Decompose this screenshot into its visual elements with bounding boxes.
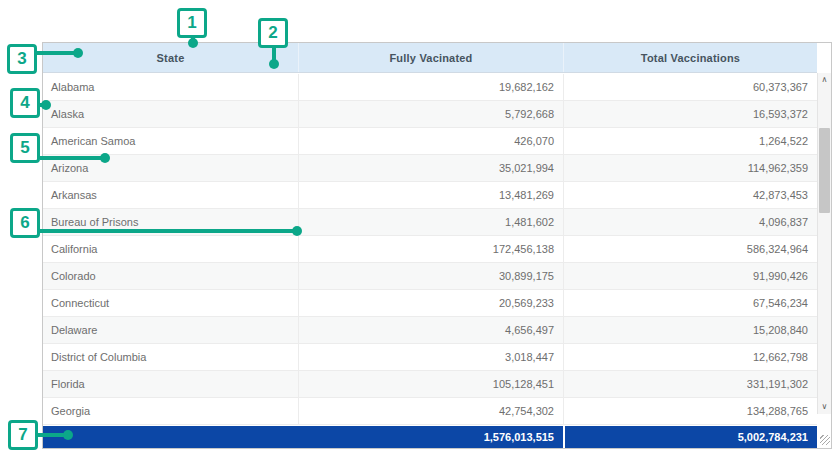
total-fully-vaccinated: 1,576,013,515: [43, 426, 563, 448]
table-header-row: State Fully Vacinated Total Vaccinations: [43, 43, 817, 73]
marker-box: 4: [10, 88, 40, 118]
cell-state: District of Columbia: [43, 344, 298, 370]
cell-total-vaccinations: 586,324,964: [563, 236, 817, 262]
page: State Fully Vacinated Total Vaccinations…: [0, 0, 833, 453]
cell-state: Arkansas: [43, 182, 298, 208]
table-row[interactable]: Florida 105,128,451 331,191,302: [43, 371, 817, 398]
cell-state: California: [43, 236, 298, 262]
cell-total-vaccinations: 114,962,359: [563, 155, 817, 181]
cell-fully-vaccinated: 35,021,994: [298, 155, 563, 181]
marker-box: 6: [10, 208, 40, 238]
table-row[interactable]: District of Columbia 3,018,447 12,662,79…: [43, 344, 817, 371]
marker-box: 3: [7, 44, 37, 74]
marker-dot: [100, 153, 110, 163]
cell-fully-vaccinated: 1,481,602: [298, 209, 563, 235]
cell-state: Georgia: [43, 398, 298, 424]
cell-fully-vaccinated: 19,682,162: [298, 74, 563, 100]
cell-total-vaccinations: 91,990,426: [563, 263, 817, 289]
scrollbar-thumb[interactable]: [819, 128, 830, 213]
vertical-scrollbar[interactable]: ∧ ∨: [817, 73, 831, 414]
marker-number: 5: [20, 138, 29, 158]
cell-state: American Samoa: [43, 128, 298, 154]
marker-dot: [73, 48, 83, 58]
table-row[interactable]: Alaska 5,792,668 16,593,372: [43, 101, 817, 128]
cell-fully-vaccinated: 30,899,175: [298, 263, 563, 289]
cell-total-vaccinations: 67,546,234: [563, 290, 817, 316]
cell-total-vaccinations: 4,096,837: [563, 209, 817, 235]
table-row[interactable]: Georgia 42,754,302 134,288,765: [43, 398, 817, 425]
marker-box: 1: [177, 8, 207, 38]
cell-total-vaccinations: 1,264,522: [563, 128, 817, 154]
marker-dot: [41, 100, 51, 110]
cell-fully-vaccinated: 4,656,497: [298, 317, 563, 343]
marker-dot: [269, 59, 279, 69]
cell-fully-vaccinated: 42,754,302: [298, 398, 563, 424]
marker-number: 1: [187, 13, 196, 33]
marker-number: 2: [268, 23, 277, 43]
cell-total-vaccinations: 331,191,302: [563, 371, 817, 397]
table-row[interactable]: Alabama 19,682,162 60,373,367: [43, 74, 817, 101]
cell-fully-vaccinated: 5,792,668: [298, 101, 563, 127]
marker-box: 7: [8, 420, 38, 450]
cell-fully-vaccinated: 172,456,138: [298, 236, 563, 262]
table-row[interactable]: Colorado 30,899,175 91,990,426: [43, 263, 817, 290]
marker-box: 5: [10, 133, 40, 163]
cell-fully-vaccinated: 20,569,233: [298, 290, 563, 316]
cell-fully-vaccinated: 3,018,447: [298, 344, 563, 370]
marker-connector-line: [40, 156, 106, 160]
table-body: Alabama 19,682,162 60,373,367 Alaska 5,7…: [43, 74, 817, 425]
marker-dot: [63, 430, 73, 440]
table-row[interactable]: Arkansas 13,481,269 42,873,453: [43, 182, 817, 209]
table-row[interactable]: Connecticut 20,569,233 67,546,234: [43, 290, 817, 317]
scroll-up-button[interactable]: ∧: [818, 73, 831, 87]
cell-state: Alaska: [43, 101, 298, 127]
marker-connector-line: [40, 229, 298, 233]
table-row[interactable]: Arizona 35,021,994 114,962,359: [43, 155, 817, 182]
column-header-total-vaccinations[interactable]: Total Vaccinations: [563, 43, 817, 72]
cell-total-vaccinations: 42,873,453: [563, 182, 817, 208]
totals-row: 1,576,013,515 5,002,784,231: [43, 426, 817, 448]
marker-number: 6: [20, 213, 29, 233]
cell-total-vaccinations: 134,288,765: [563, 398, 817, 424]
cell-state: Connecticut: [43, 290, 298, 316]
cell-total-vaccinations: 16,593,372: [563, 101, 817, 127]
cell-fully-vaccinated: 426,070: [298, 128, 563, 154]
cell-fully-vaccinated: 105,128,451: [298, 371, 563, 397]
marker-dot: [188, 38, 198, 48]
table-row[interactable]: Delaware 4,656,497 15,208,840: [43, 317, 817, 344]
chevron-up-icon: ∧: [822, 76, 828, 84]
cell-total-vaccinations: 12,662,798: [563, 344, 817, 370]
resize-grip-icon[interactable]: [820, 435, 830, 445]
vaccination-table: State Fully Vacinated Total Vaccinations…: [42, 42, 832, 449]
marker-number: 3: [17, 49, 26, 69]
total-total-vaccinations: 5,002,784,231: [565, 426, 817, 448]
cell-total-vaccinations: 60,373,367: [563, 74, 817, 100]
cell-state: Florida: [43, 371, 298, 397]
cell-state: Delaware: [43, 317, 298, 343]
scroll-down-button[interactable]: ∨: [818, 400, 831, 414]
column-header-fully-vaccinated[interactable]: Fully Vacinated: [298, 43, 563, 72]
marker-box: 2: [258, 18, 288, 48]
table-row[interactable]: American Samoa 426,070 1,264,522: [43, 128, 817, 155]
cell-state: Colorado: [43, 263, 298, 289]
chevron-down-icon: ∨: [822, 403, 828, 411]
marker-number: 7: [18, 425, 27, 445]
marker-dot: [292, 226, 302, 236]
table-row[interactable]: California 172,456,138 586,324,964: [43, 236, 817, 263]
cell-fully-vaccinated: 13,481,269: [298, 182, 563, 208]
marker-number: 4: [20, 93, 29, 113]
cell-total-vaccinations: 15,208,840: [563, 317, 817, 343]
cell-state: Alabama: [43, 74, 298, 100]
